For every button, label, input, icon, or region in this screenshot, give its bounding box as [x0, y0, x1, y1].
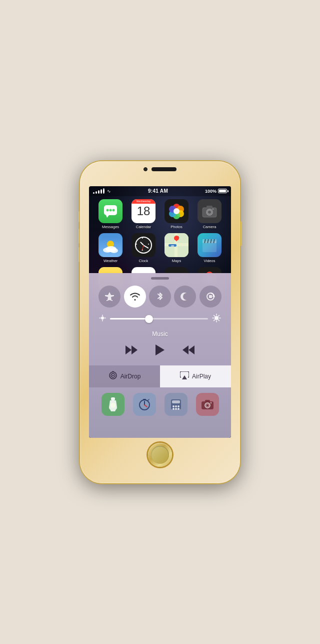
brightness-fill [110, 318, 149, 320]
app-photos-wrapper[interactable]: Photos [162, 199, 191, 229]
speaker [152, 167, 176, 171]
mute-switch[interactable] [78, 211, 80, 222]
svg-point-64 [101, 317, 104, 320]
flashlight-tool[interactable] [97, 391, 128, 417]
brightness-track[interactable] [110, 318, 208, 320]
home-button-inner [151, 446, 169, 464]
svg-point-3 [110, 209, 112, 211]
svg-point-101 [175, 408, 177, 410]
svg-line-74 [214, 315, 215, 316]
svg-point-99 [178, 405, 180, 407]
brightness-thumb[interactable] [145, 315, 153, 323]
volume-up-button[interactable] [78, 229, 80, 244]
cc-music-section: Music [89, 326, 231, 361]
power-button[interactable] [240, 221, 242, 246]
svg-line-40 [208, 239, 208, 243]
svg-point-26 [136, 244, 137, 245]
app-photos-label: Photos [170, 225, 182, 229]
app-maps-wrapper[interactable]: 280 A Maps [162, 233, 191, 263]
svg-text:280: 280 [171, 244, 174, 247]
bluetooth-toggle[interactable] [149, 286, 171, 308]
airplane-mode-toggle[interactable] [98, 286, 120, 308]
app-clock-wrapper[interactable]: Clock [129, 233, 158, 263]
cc-handle[interactable] [89, 273, 231, 282]
airplay-label: AirPlay [192, 373, 211, 380]
svg-marker-1 [106, 215, 109, 218]
app-calendar-label: Calendar [136, 225, 151, 229]
svg-line-41 [210, 239, 212, 243]
svg-marker-78 [126, 345, 132, 354]
app-videos-wrapper[interactable]: Videos [195, 233, 224, 263]
calculator-icon-bg [164, 393, 188, 416]
app-calendar-icon[interactable]: Wednesday 18 [132, 199, 156, 223]
airdrop-button[interactable]: AirDrop [89, 365, 160, 387]
svg-point-85 [112, 375, 114, 376]
screen: ∿ 9:41 AM 100% [89, 186, 231, 438]
app-messages-icon[interactable] [98, 199, 122, 223]
svg-point-102 [178, 408, 180, 410]
wifi-status-icon: ∿ [107, 189, 111, 194]
cc-share-row: AirDrop AirPlay [89, 365, 231, 387]
svg-line-75 [218, 320, 220, 321]
fast-forward-button[interactable] [182, 344, 196, 358]
svg-point-69 [214, 316, 218, 320]
svg-marker-82 [188, 345, 194, 354]
cc-toggles-row [89, 282, 231, 312]
app-camera-wrapper[interactable]: Camera [195, 199, 224, 229]
battery-percentage: 100% [205, 189, 216, 194]
app-messages-label: Messages [102, 225, 119, 229]
svg-marker-80 [156, 344, 164, 355]
svg-rect-93 [143, 399, 146, 400]
svg-point-4 [112, 209, 115, 211]
rotation-lock-toggle[interactable] [200, 286, 222, 308]
app-messages-wrapper[interactable]: Messages [96, 199, 125, 229]
svg-point-23 [142, 238, 143, 239]
status-left: ∿ [93, 188, 111, 194]
svg-point-22 [110, 248, 118, 253]
music-section-title: Music [97, 330, 223, 337]
svg-point-2 [106, 209, 109, 211]
svg-rect-14 [206, 206, 212, 208]
app-weather-label: Weather [104, 259, 118, 263]
svg-point-25 [142, 250, 143, 251]
camera-tool[interactable] [192, 391, 223, 417]
play-button[interactable] [154, 343, 166, 359]
app-maps-icon[interactable]: 280 A [164, 233, 188, 257]
rewind-button[interactable] [124, 344, 138, 358]
phone-frame: ∿ 9:41 AM 100% [80, 161, 240, 483]
app-maps-label: Maps [172, 259, 181, 263]
calendar-day: 18 [137, 204, 150, 218]
svg-rect-104 [205, 400, 210, 402]
svg-line-42 [214, 239, 214, 243]
status-right: 100% [205, 189, 227, 194]
app-camera-icon[interactable] [198, 199, 222, 223]
status-time: 9:41 AM [148, 188, 168, 194]
music-controls-row [97, 343, 223, 359]
phone-top [144, 167, 176, 171]
app-photos-icon[interactable] [164, 199, 188, 223]
home-button[interactable] [148, 443, 172, 467]
brightness-slider-row [89, 312, 231, 326]
app-videos-label: Videos [204, 259, 216, 263]
svg-line-39 [204, 239, 206, 243]
calculator-tool[interactable] [160, 391, 192, 417]
front-camera [144, 167, 148, 171]
svg-marker-79 [132, 345, 138, 354]
svg-point-97 [172, 405, 174, 407]
airplay-icon [180, 371, 189, 381]
app-clock-icon[interactable] [132, 233, 156, 257]
wifi-toggle[interactable] [124, 286, 146, 308]
svg-point-17 [212, 208, 214, 210]
app-weather-icon[interactable] [98, 233, 122, 257]
app-calendar-wrapper[interactable]: Wednesday 18 Calendar [129, 199, 158, 229]
do-not-disturb-toggle[interactable] [174, 286, 196, 308]
clock-face [135, 237, 152, 254]
app-videos-icon[interactable] [198, 233, 222, 257]
timer-tool[interactable] [128, 391, 160, 417]
airplay-button[interactable]: AirPlay [160, 365, 231, 387]
volume-down-button[interactable] [78, 247, 80, 262]
cc-tools-row [89, 387, 231, 421]
app-weather-wrapper[interactable]: Weather [96, 233, 125, 263]
svg-rect-63 [209, 295, 212, 298]
svg-rect-96 [172, 400, 180, 403]
